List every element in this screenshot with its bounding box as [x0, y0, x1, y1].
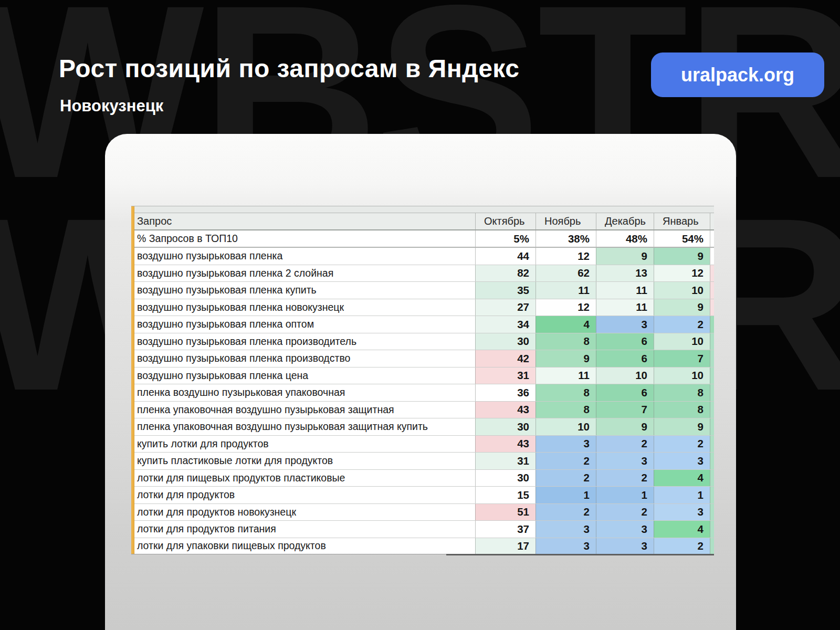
position-cell: 30: [475, 470, 536, 487]
position-cell: 9: [654, 418, 710, 435]
position-cell: 3: [596, 521, 654, 538]
slide: WBSTR WBSTR Рост позиций по запросам в Я…: [0, 0, 840, 630]
next-column-sliver: [710, 282, 714, 299]
table-row: воздушно пузырьковая пленка новокузнецк2…: [131, 299, 714, 317]
next-column-sliver: [710, 248, 714, 265]
position-cell: 3: [536, 521, 596, 538]
next-column-sliver: [710, 230, 714, 247]
position-cell: 8: [536, 402, 596, 418]
position-cell: 27: [475, 299, 536, 316]
position-cell: 34: [475, 316, 536, 333]
position-cell: 82: [475, 265, 536, 282]
next-column-sliver: [710, 470, 714, 487]
column-header-query: Запрос: [131, 213, 475, 229]
next-column-sliver: [710, 213, 714, 229]
table-row: воздушно пузырьковая пленка цена31111010: [131, 368, 714, 385]
position-cell: 2: [536, 453, 596, 469]
position-cell: 1: [536, 487, 596, 503]
excel-selection-strip: [131, 206, 134, 554]
position-cell: 1: [596, 487, 654, 503]
sheet-top-edge: [131, 206, 714, 213]
position-cell: 12: [536, 299, 596, 316]
table-row: лотки для продуктов15111: [131, 487, 714, 504]
next-column-sliver: [710, 538, 714, 554]
query-cell: воздушно пузырьковая пленка купить: [131, 282, 475, 299]
position-cell: 8: [536, 333, 596, 350]
next-column-sliver: [710, 402, 714, 418]
column-header-december: Декабрь: [596, 213, 654, 229]
query-cell: лотки для продуктов: [131, 487, 475, 503]
position-cell: 10: [536, 418, 596, 435]
column-header-january: Январь: [654, 213, 710, 229]
summary-value-october: 5%: [475, 230, 536, 247]
position-cell: 42: [475, 350, 536, 367]
table-body: воздушно пузырьковая пленка441299воздушн…: [131, 248, 714, 554]
position-cell: 2: [654, 538, 710, 554]
table-row: лотки для продуктов питания37334: [131, 521, 714, 538]
position-cell: 43: [475, 402, 536, 418]
next-column-sliver: [710, 487, 714, 503]
query-cell: воздушно пузырьковая пленка производство: [131, 350, 475, 367]
position-cell: 11: [536, 368, 596, 384]
next-column-sliver: [710, 504, 714, 521]
position-cell: 2: [654, 316, 710, 333]
position-cell: 31: [475, 368, 536, 384]
position-cell: 2: [596, 436, 654, 453]
page-title: Рост позиций по запросам в Яндекс: [59, 54, 519, 83]
site-badge[interactable]: uralpack.org: [651, 52, 824, 97]
position-cell: 44: [475, 248, 536, 265]
position-cell: 7: [596, 402, 654, 418]
summary-row: % Запросов в ТОП10 5% 38% 48% 54%: [131, 230, 714, 248]
query-cell: воздушно пузырьковая пленка производител…: [131, 333, 475, 350]
position-cell: 8: [654, 402, 710, 418]
query-cell: лотки для продуктов новокузнецк: [131, 504, 475, 521]
position-cell: 9: [654, 299, 710, 316]
position-cell: 11: [536, 282, 596, 299]
position-cell: 4: [536, 316, 596, 333]
position-cell: 9: [596, 418, 654, 435]
table-row: лотки для пищевых продуктов пластиковые3…: [131, 470, 714, 487]
position-cell: 3: [596, 316, 654, 333]
query-cell: купить лотки для продуктов: [131, 436, 475, 453]
position-cell: 8: [536, 384, 596, 401]
query-cell: лотки для пищевых продуктов пластиковые: [131, 470, 475, 487]
position-cell: 6: [596, 350, 654, 367]
position-cell: 3: [596, 538, 654, 554]
position-cell: 31: [475, 453, 536, 469]
next-column-sliver: [710, 350, 714, 367]
position-cell: 6: [596, 333, 654, 350]
spreadsheet-table: Запрос Октябрь Ноябрь Декабрь Январь % З…: [131, 206, 714, 554]
next-column-sliver: [710, 333, 714, 350]
position-cell: 11: [596, 299, 654, 316]
next-column-sliver: [710, 418, 714, 435]
table-row: воздушно пузырьковая пленка441299: [131, 248, 714, 265]
position-cell: 2: [654, 436, 710, 453]
query-cell: воздушно пузырьковая пленка цена: [131, 368, 475, 384]
table-row: лотки для упаковки пищевых продуктов1733…: [131, 538, 714, 554]
position-cell: 3: [536, 538, 596, 554]
next-column-sliver: [710, 316, 714, 333]
query-cell: воздушно пузырьковая пленка: [131, 248, 475, 265]
query-cell: воздушно пузырьковая пленка новокузнецк: [131, 299, 475, 316]
position-cell: 35: [475, 282, 536, 299]
summary-value-december: 48%: [596, 230, 654, 247]
position-cell: 3: [654, 504, 710, 521]
table-row: пленка упаковочная воздушно пузырьковая …: [131, 418, 714, 436]
table-row: купить лотки для продуктов43322: [131, 436, 714, 453]
position-cell: 30: [475, 333, 536, 350]
query-cell: пленка воздушно пузырьковая упаковочная: [131, 384, 475, 401]
next-column-sliver: [710, 436, 714, 453]
position-cell: 10: [596, 368, 654, 384]
page-subtitle: Новокузнецк: [60, 97, 163, 116]
query-cell: лотки для упаковки пищевых продуктов: [131, 538, 475, 554]
summary-value-november: 38%: [536, 230, 596, 247]
query-cell: пленка упаковочная воздушно пузырьковая …: [131, 402, 475, 418]
position-cell: 11: [596, 282, 654, 299]
next-column-sliver: [710, 368, 714, 384]
summary-value-january: 54%: [654, 230, 710, 247]
position-cell: 4: [654, 521, 710, 538]
position-cell: 2: [536, 470, 596, 487]
next-column-sliver: [710, 384, 714, 401]
next-column-sliver: [710, 265, 714, 282]
table-row: купить пластиковые лотки для продуктов31…: [131, 453, 714, 470]
